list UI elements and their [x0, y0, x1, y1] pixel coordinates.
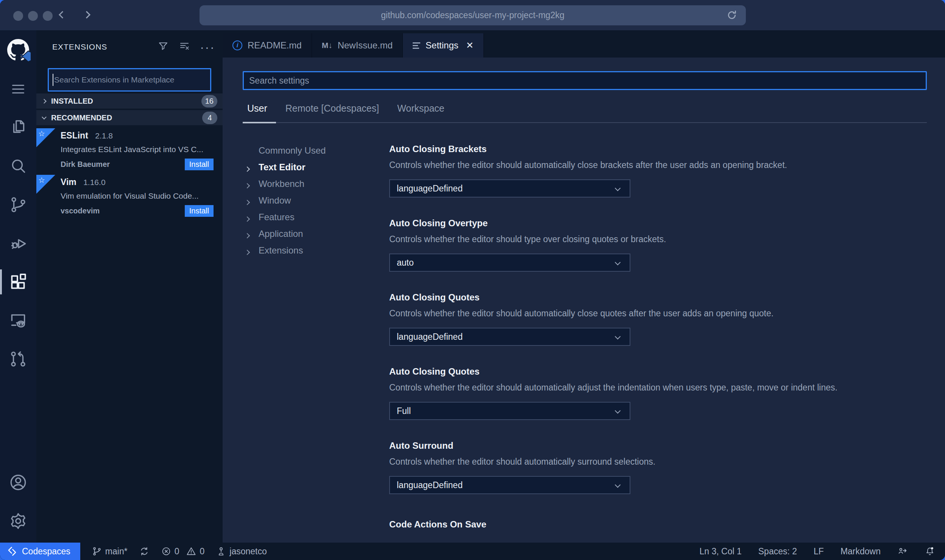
- section-recommended[interactable]: RECOMMENDED 4: [36, 110, 223, 125]
- toc-label: Application: [259, 229, 303, 239]
- setting-auto-closing-quotes: Auto Closing Quotes Controls whether the…: [389, 292, 922, 346]
- codespaces-remote-button[interactable]: Codespaces: [0, 543, 80, 560]
- toc-text-editor[interactable]: Text Editor: [223, 159, 389, 176]
- activity-bar: [0, 30, 36, 543]
- notifications-button[interactable]: [925, 546, 935, 557]
- chevron-right-icon: [42, 99, 47, 104]
- toc-commonly-used[interactable]: Commonly Used: [223, 142, 389, 159]
- activity-run-debug[interactable]: [0, 224, 36, 263]
- toc-label: Extensions: [259, 245, 303, 256]
- setting-dropdown[interactable]: Full: [389, 402, 630, 420]
- star-icon: ☆: [38, 176, 45, 185]
- browser-forward-button[interactable]: [84, 8, 98, 22]
- settings-search-input[interactable]: [244, 72, 926, 89]
- setting-dropdown[interactable]: languageDefined: [389, 179, 630, 198]
- section-installed[interactable]: INSTALLED 16: [36, 93, 223, 109]
- extensions-search-box: [48, 68, 211, 92]
- setting-title: Auto Closing Brackets: [389, 144, 922, 154]
- chevron-down-icon: [615, 185, 621, 191]
- setting-auto-closing-overtype: Auto Closing Overtype Controls whether t…: [389, 218, 922, 272]
- window-minimize-button[interactable]: [28, 11, 38, 21]
- hamburger-icon: [12, 82, 24, 96]
- tab-settings[interactable]: Settings ✕: [403, 33, 484, 58]
- clear-extensions-search-button[interactable]: [179, 40, 190, 53]
- activity-extensions[interactable]: [0, 263, 36, 301]
- eol-text: LF: [814, 546, 824, 557]
- activity-source-control[interactable]: [0, 185, 36, 224]
- setting-title: Code Actions On Save: [389, 519, 922, 530]
- activity-remote-explorer[interactable]: [0, 301, 36, 340]
- browser-back-button[interactable]: [60, 8, 73, 22]
- activity-settings[interactable]: [0, 502, 36, 540]
- extension-row-eslint[interactable]: ☆ ESLint 2.1.8 Integrates ESLint JavaScr…: [36, 128, 223, 172]
- url-text: github.com/codespaces/user-my-project-mg…: [381, 10, 564, 20]
- star-icon: ☆: [38, 129, 45, 138]
- source-control-icon: [9, 195, 28, 214]
- errors-count: 0: [175, 546, 179, 557]
- line-col-text: Ln 3, Col 1: [700, 546, 742, 557]
- language-mode-status[interactable]: Markdown: [841, 546, 881, 557]
- tab-newissue[interactable]: M↓ NewIssue.md: [312, 33, 403, 58]
- user-status[interactable]: jasonetco: [216, 546, 267, 557]
- more-actions-button[interactable]: ···: [200, 43, 215, 51]
- chevron-down-icon: [615, 260, 621, 266]
- install-button[interactable]: Install: [185, 205, 214, 217]
- branch-status[interactable]: main*: [92, 546, 128, 557]
- browser-chrome: github.com/codespaces/user-my-project-mg…: [0, 0, 945, 30]
- warnings-icon: [186, 546, 196, 557]
- tab-readme[interactable]: i README.md: [223, 33, 312, 58]
- scope-tab-workspace[interactable]: Workspace: [397, 103, 444, 121]
- extension-description: Vim emulation for Visual Studio Code...: [61, 191, 199, 201]
- settings-editor: User Remote [Codespaces] Workspace Commo…: [223, 58, 945, 543]
- activity-explorer[interactable]: [0, 108, 36, 147]
- reload-button[interactable]: [726, 9, 738, 21]
- eol-status[interactable]: LF: [814, 546, 824, 557]
- toc-application[interactable]: Application: [223, 226, 389, 242]
- language-text: Markdown: [841, 546, 881, 557]
- install-button[interactable]: Install: [185, 159, 214, 170]
- info-icon: i: [232, 40, 242, 50]
- address-bar[interactable]: github.com/codespaces/user-my-project-mg…: [200, 5, 746, 25]
- filter-icon: [158, 40, 169, 52]
- chevron-right-icon: [245, 216, 250, 222]
- indentation-status[interactable]: Spaces: 2: [758, 546, 797, 557]
- setting-dropdown[interactable]: languageDefined: [389, 476, 630, 494]
- cursor-position-status[interactable]: Ln 3, Col 1: [700, 546, 742, 557]
- chevron-right-icon: [245, 183, 250, 188]
- extensions-search-input[interactable]: [49, 69, 210, 90]
- toc-extensions[interactable]: Extensions: [223, 242, 389, 259]
- editor-group: i README.md M↓ NewIssue.md Settings ✕ Us…: [223, 30, 945, 543]
- activity-pull-requests[interactable]: [0, 340, 36, 378]
- scope-tab-user[interactable]: User: [247, 103, 267, 121]
- tab-label: README.md: [248, 40, 302, 51]
- setting-dropdown[interactable]: auto: [389, 254, 630, 272]
- window-maximize-button[interactable]: [43, 11, 53, 21]
- toc-window[interactable]: Window: [223, 192, 389, 209]
- extension-name: Vim: [61, 177, 76, 187]
- menu-button[interactable]: [0, 70, 36, 108]
- chevron-down-icon: [615, 482, 621, 488]
- extension-row-vim[interactable]: ☆ Vim 1.16.0 Vim emulation for Visual St…: [36, 174, 223, 219]
- search-icon: [9, 157, 28, 176]
- indent-text: Spaces: 2: [758, 546, 797, 557]
- activity-account[interactable]: [0, 463, 36, 502]
- toc-label: Workbench: [259, 179, 304, 189]
- extensions-icon: [9, 272, 28, 291]
- errors-icon: [161, 546, 172, 557]
- setting-code-actions-on-save: Code Actions On Save: [389, 519, 922, 530]
- sync-status[interactable]: [139, 546, 150, 557]
- toc-features[interactable]: Features: [223, 209, 389, 226]
- window-close-button[interactable]: [13, 11, 23, 21]
- toc-workbench[interactable]: Workbench: [223, 176, 389, 192]
- activity-search[interactable]: [0, 147, 36, 185]
- feedback-button[interactable]: [897, 546, 908, 557]
- tab-label: Settings: [426, 40, 458, 51]
- toc-label: Text Editor: [259, 162, 306, 173]
- chevron-right-icon: [245, 250, 250, 255]
- filter-extensions-button[interactable]: [158, 40, 169, 53]
- scope-tab-remote[interactable]: Remote [Codespaces]: [285, 103, 379, 121]
- close-tab-icon[interactable]: ✕: [466, 40, 474, 51]
- problems-status[interactable]: 0 0: [161, 546, 205, 557]
- setting-title: Auto Closing Overtype: [389, 218, 922, 229]
- setting-dropdown[interactable]: languageDefined: [389, 328, 630, 346]
